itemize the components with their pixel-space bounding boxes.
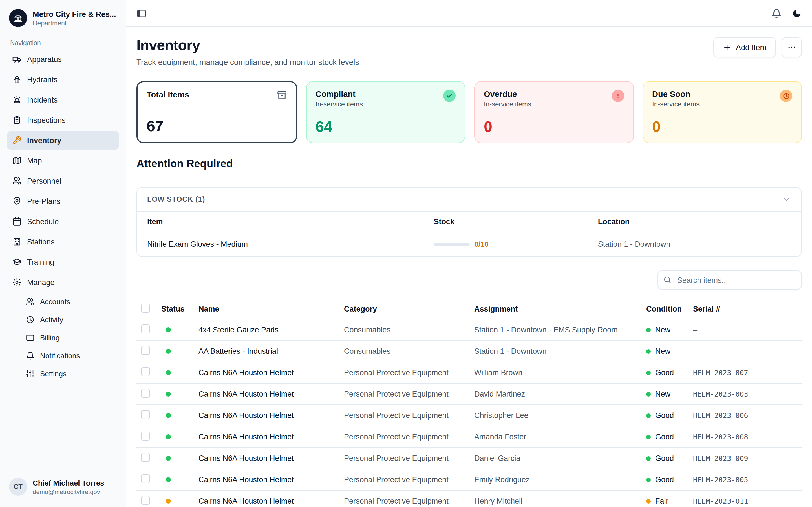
- clipboard-icon: [12, 115, 21, 124]
- item-name: Cairns N6A Houston Helmet: [199, 369, 344, 377]
- condition-dot: [646, 435, 651, 439]
- nav-item-label: Activity: [40, 315, 63, 324]
- sidebar-item-settings[interactable]: Settings: [20, 365, 119, 382]
- sidebar-nav: Apparatus Hydrants Incidents Inspections…: [7, 50, 119, 383]
- condition-dot: [646, 499, 651, 503]
- stat-label: Overdue: [484, 90, 531, 99]
- stock-label: 8/10: [474, 240, 489, 248]
- row-checkbox[interactable]: [141, 325, 150, 334]
- calendar-icon: [12, 217, 21, 226]
- stat-label: Total Items: [147, 90, 189, 99]
- sidebar-item-notifications[interactable]: Notifications: [20, 347, 119, 364]
- nav-item-label: Training: [27, 258, 54, 266]
- sidebar-item-activity[interactable]: Activity: [20, 311, 119, 328]
- sidebar-item-inventory[interactable]: Inventory: [7, 131, 119, 150]
- building-icon: [12, 237, 21, 246]
- low-stock-row[interactable]: Nitrile Exam Gloves - Medium 8/10 Statio…: [137, 231, 801, 256]
- sidebar-item-pre-plans[interactable]: Pre-Plans: [7, 191, 119, 211]
- sidebar-item-incidents[interactable]: Incidents: [7, 90, 119, 109]
- table-row[interactable]: Cairns N6A Houston Helmet Personal Prote…: [137, 427, 802, 448]
- nav-item-label: Pre-Plans: [27, 197, 61, 205]
- sidebar-item-apparatus[interactable]: Apparatus: [7, 50, 119, 69]
- avatar: CT: [9, 478, 27, 496]
- stat-total-items[interactable]: Total Items 67: [137, 81, 297, 143]
- item-name: Cairns N6A Houston Helmet: [199, 475, 344, 484]
- item-name: Cairns N6A Houston Helmet: [199, 454, 344, 462]
- page-header: Inventory Track equipment, manage compli…: [137, 36, 802, 66]
- low-stock-column-headers: Item Stock Location: [137, 211, 801, 231]
- row-checkbox[interactable]: [141, 389, 150, 398]
- item-category: Consumables: [344, 326, 474, 334]
- stat-due-soon[interactable]: Due Soon In-service items 0: [643, 81, 802, 143]
- stat-label: Compliant: [315, 90, 363, 99]
- sidebar-item-stations[interactable]: Stations: [7, 232, 119, 251]
- col-condition: Condition: [646, 305, 693, 313]
- row-checkbox[interactable]: [141, 410, 150, 419]
- table-row[interactable]: AA Batteries - Industrial Consumables St…: [137, 341, 802, 362]
- condition-dot: [646, 349, 651, 353]
- condition-dot: [646, 392, 651, 396]
- sidebar-item-billing[interactable]: Billing: [20, 329, 119, 346]
- row-checkbox[interactable]: [141, 367, 150, 376]
- condition-dot: [646, 413, 651, 418]
- row-checkbox[interactable]: [141, 453, 150, 462]
- sidebar-item-map[interactable]: Map: [7, 151, 119, 170]
- search-input[interactable]: [658, 270, 802, 290]
- table-row[interactable]: 4x4 Sterile Gauze Pads Consumables Stati…: [137, 320, 802, 341]
- notifications-bell-button[interactable]: [771, 8, 781, 18]
- sidebar-item-manage[interactable]: Manage: [7, 273, 119, 292]
- ellipsis-icon: [787, 43, 796, 52]
- theme-toggle-button[interactable]: [792, 8, 802, 18]
- status-dot: [166, 413, 171, 418]
- chevron-down-icon[interactable]: [782, 195, 791, 204]
- table-row[interactable]: Cairns N6A Houston Helmet Personal Prote…: [137, 362, 802, 384]
- table-row[interactable]: Cairns N6A Houston Helmet Personal Prote…: [137, 384, 802, 405]
- row-checkbox[interactable]: [141, 474, 150, 483]
- item-serial: HELM-2023-008: [693, 433, 802, 441]
- org-type: Department: [33, 19, 116, 26]
- alert-circle-icon: [612, 90, 624, 102]
- plus-icon: [723, 43, 731, 52]
- user-name: Chief Michael Torres: [33, 478, 104, 487]
- table-row[interactable]: Cairns N6A Houston Helmet Personal Prote…: [137, 469, 802, 491]
- user-menu[interactable]: CT Chief Michael Torres demo@metrocityfi…: [7, 474, 119, 499]
- search-box: [658, 270, 802, 290]
- topbar: [126, 0, 812, 27]
- row-checkbox[interactable]: [141, 432, 150, 441]
- low-stock-card: LOW STOCK (1) Item Stock Location Nitril…: [137, 187, 802, 257]
- col-serial: Serial #: [693, 305, 802, 313]
- gear-icon: [12, 278, 21, 287]
- nav-item-label: Stations: [27, 237, 55, 246]
- nav-item-label: Map: [27, 156, 42, 165]
- table-row[interactable]: Cairns N6A Houston Helmet Personal Prote…: [137, 448, 802, 469]
- sidebar-item-personnel[interactable]: Personnel: [7, 171, 119, 190]
- row-checkbox[interactable]: [141, 496, 150, 505]
- table-row[interactable]: Cairns N6A Houston Helmet Personal Prote…: [137, 491, 802, 507]
- sidebar-item-training[interactable]: Training: [7, 252, 119, 272]
- add-item-button[interactable]: Add Item: [713, 37, 776, 57]
- condition-dot: [646, 456, 651, 460]
- select-all-checkbox[interactable]: [141, 304, 150, 313]
- item-assignment: Station 1 - Downtown: [474, 347, 646, 355]
- item-name: 4x4 Sterile Gauze Pads: [199, 326, 344, 334]
- item-name: Cairns N6A Houston Helmet: [199, 433, 344, 441]
- stat-compliant[interactable]: Compliant In-service items 64: [306, 81, 465, 143]
- sidebar: Metro City Fire & Res... Department Navi…: [0, 0, 126, 507]
- sidebar-item-hydrants[interactable]: Hydrants: [7, 70, 119, 89]
- sidebar-item-inspections[interactable]: Inspections: [7, 110, 119, 129]
- item-assignment: William Brown: [474, 369, 646, 377]
- stat-overdue[interactable]: Overdue In-service items 0: [474, 81, 633, 143]
- more-options-button[interactable]: [781, 37, 802, 57]
- sidebar-toggle-icon[interactable]: [137, 8, 147, 18]
- table-row[interactable]: Cairns N6A Houston Helmet Personal Prote…: [137, 405, 802, 427]
- org-name: Metro City Fire & Res...: [33, 10, 116, 18]
- sidebar-item-schedule[interactable]: Schedule: [7, 212, 119, 231]
- sidebar-item-accounts[interactable]: Accounts: [20, 293, 119, 310]
- low-stock-header[interactable]: LOW STOCK (1): [137, 187, 801, 211]
- bell-icon: [26, 351, 35, 360]
- org-header[interactable]: Metro City Fire & Res... Department: [7, 7, 119, 32]
- nav-item-label: Accounts: [40, 297, 70, 305]
- item-condition: New: [646, 390, 693, 398]
- item-serial: HELM-2023-011: [693, 497, 802, 505]
- row-checkbox[interactable]: [141, 346, 150, 355]
